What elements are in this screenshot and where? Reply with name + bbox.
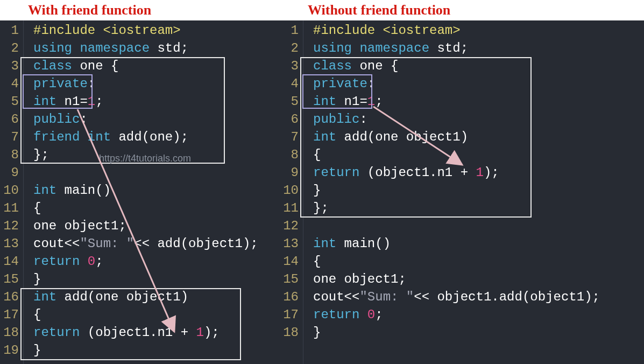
code-line: return 0;	[33, 253, 280, 270]
code-line: int main()	[33, 181, 280, 199]
code-line: int n1=1;	[33, 93, 280, 110]
line-number: 3	[0, 57, 23, 75]
code-line: cout<<"Sum: "<< add(object1);	[33, 235, 280, 253]
right-panel: Without friend function 1 2 3 4 5 6 7 8 …	[280, 0, 644, 364]
code-line: public:	[33, 110, 280, 128]
code-line: {	[33, 199, 280, 217]
code-line: #include <iostream>	[33, 22, 280, 39]
line-number: 12	[0, 217, 23, 235]
code-line: using namespace std;	[33, 39, 280, 57]
code-line: #include <iostream>	[313, 22, 644, 39]
line-number: 2	[0, 39, 23, 57]
line-number: 11	[280, 199, 303, 217]
code-line: {	[313, 253, 644, 270]
line-number: 14	[280, 253, 303, 270]
code-line: using namespace std;	[313, 39, 644, 57]
code-line: class one {	[313, 57, 644, 75]
line-number: 17	[0, 306, 23, 324]
line-number: 10	[280, 181, 303, 199]
line-number: 8	[280, 146, 303, 164]
right-code[interactable]: #include <iostream> using namespace std;…	[303, 20, 644, 364]
line-number: 13	[280, 235, 303, 253]
line-number: 5	[280, 93, 303, 110]
line-number: 18	[280, 324, 303, 341]
code-line: };	[313, 199, 644, 217]
line-number: 10	[0, 181, 23, 199]
line-number: 12	[280, 217, 303, 235]
line-number: 16	[280, 288, 303, 306]
line-number: 19	[0, 341, 23, 359]
line-number: 7	[0, 128, 23, 146]
code-line: private:	[313, 75, 644, 93]
line-number: 7	[280, 128, 303, 146]
code-line: private:	[33, 75, 280, 93]
line-number: 5	[0, 93, 23, 110]
code-line: return 0;	[313, 306, 644, 324]
line-number: 18	[0, 324, 23, 341]
code-line: public:	[313, 110, 644, 128]
left-panel: With friend function 1 2 3 4 5 6 7 8 9 1…	[0, 0, 280, 364]
left-heading: With friend function	[0, 0, 280, 20]
code-line: one object1;	[33, 217, 280, 235]
line-number: 1	[280, 22, 303, 39]
code-line	[313, 217, 644, 235]
left-gutter: 1 2 3 4 5 6 7 8 9 10 11 12 13 14 15 16 1…	[0, 20, 24, 364]
line-number: 1	[0, 22, 23, 39]
line-number: 16	[0, 288, 23, 306]
code-line: {	[33, 306, 280, 324]
left-code[interactable]: #include <iostream> using namespace std;…	[24, 20, 280, 364]
line-number: 3	[280, 57, 303, 75]
line-number: 15	[280, 270, 303, 288]
right-editor: 1 2 3 4 5 6 7 8 9 10 11 12 13 14 15 16 1…	[280, 20, 644, 364]
code-line: class one {	[33, 57, 280, 75]
code-line: return (object1.n1 + 1);	[313, 164, 644, 181]
code-line: }	[313, 324, 644, 341]
code-line: }	[313, 181, 644, 199]
code-line: one object1;	[313, 270, 644, 288]
code-line: int n1=1;	[313, 93, 644, 110]
code-line: int main()	[313, 235, 644, 253]
code-line	[33, 164, 280, 181]
code-line: int add(one object1)	[313, 128, 644, 146]
line-number: 4	[280, 75, 303, 93]
code-line: {	[313, 146, 644, 164]
line-number: 8	[0, 146, 23, 164]
right-gutter: 1 2 3 4 5 6 7 8 9 10 11 12 13 14 15 16 1…	[280, 20, 303, 364]
line-number: 6	[280, 110, 303, 128]
right-heading: Without friend function	[280, 0, 644, 20]
line-number: 6	[0, 110, 23, 128]
line-number: 13	[0, 235, 23, 253]
left-editor: 1 2 3 4 5 6 7 8 9 10 11 12 13 14 15 16 1…	[0, 20, 280, 364]
line-number: 11	[0, 199, 23, 217]
code-line: return (object1.n1 + 1);	[33, 324, 280, 341]
code-line: };	[33, 146, 280, 164]
line-number: 9	[0, 164, 23, 181]
code-line: friend int add(one);	[33, 128, 280, 146]
code-line: }	[33, 270, 280, 288]
line-number: 2	[280, 39, 303, 57]
line-number: 14	[0, 253, 23, 270]
line-number: 9	[280, 164, 303, 181]
line-number: 17	[280, 306, 303, 324]
code-line: }	[33, 341, 280, 359]
code-line: int add(one object1)	[33, 288, 280, 306]
line-number: 4	[0, 75, 23, 93]
line-number: 15	[0, 270, 23, 288]
code-line: cout<<"Sum: "<< object1.add(object1);	[313, 288, 644, 306]
